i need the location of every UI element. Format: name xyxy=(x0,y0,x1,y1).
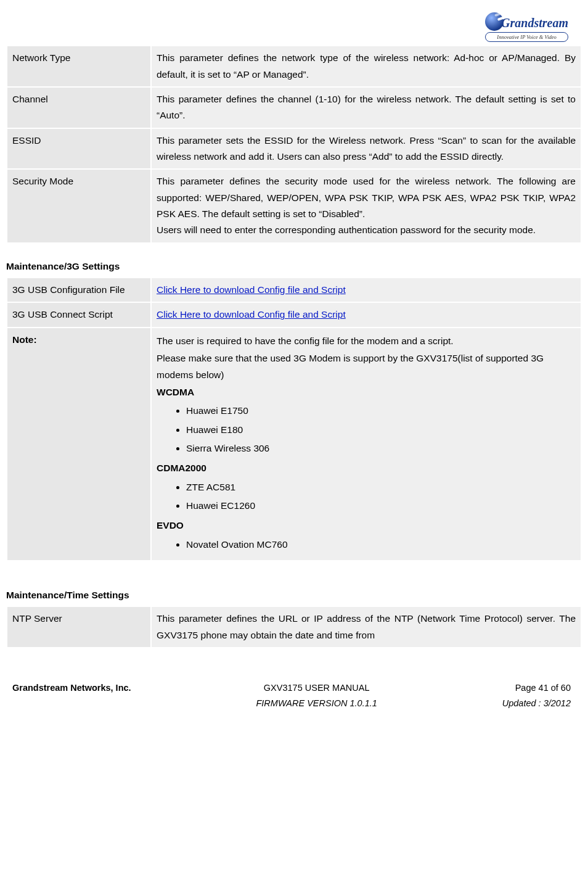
note-text: Please make sure that the used 3G Modem … xyxy=(157,350,576,383)
download-link[interactable]: Click Here to download Config file and S… xyxy=(157,309,346,320)
param-label: ESSID xyxy=(7,129,150,169)
logo-globe-icon xyxy=(485,12,504,31)
table-row: Network Type This parameter defines the … xyxy=(7,46,581,86)
param-desc: This parameter defines the channel (1-10… xyxy=(152,88,581,128)
param-label: 3G USB Connect Script xyxy=(7,303,150,326)
modem-group-heading: WCDMA xyxy=(157,384,576,400)
param-desc: Click Here to download Config file and S… xyxy=(152,303,581,326)
param-desc-note: The user is required to have the config … xyxy=(152,328,581,560)
param-label: Network Type xyxy=(7,46,150,86)
footer-company: Grandstream Networks, Inc. xyxy=(12,680,131,711)
table-row: Security Mode This parameter defines the… xyxy=(7,170,581,242)
brand-name: Grandstream xyxy=(501,16,568,30)
note-text: The user is required to have the config … xyxy=(157,333,576,349)
param-desc: This parameter sets the ESSID for the Wi… xyxy=(152,129,581,169)
table-row: Channel This parameter defines the chann… xyxy=(7,88,581,128)
modem-list-evdo: Novatel Ovation MC760 xyxy=(186,535,576,554)
table-row: 3G USB Configuration File Click Here to … xyxy=(7,278,581,302)
param-label: Security Mode xyxy=(7,170,150,242)
section-title-time: Maintenance/Time Settings xyxy=(6,584,582,606)
time-params-table: NTP Server This parameter defines the UR… xyxy=(6,606,582,648)
footer-firmware: FIRMWARE VERSION 1.0.1.1 xyxy=(256,696,377,711)
list-item: Novatel Ovation MC760 xyxy=(186,535,576,554)
g3-params-table: 3G USB Configuration File Click Here to … xyxy=(6,277,582,561)
page-footer: Grandstream Networks, Inc. GXV3175 USER … xyxy=(6,659,582,716)
brand-tagline: Innovative IP Voice & Video xyxy=(485,32,568,42)
param-desc: This parameter defines the network type … xyxy=(152,46,581,86)
list-item: ZTE AC581 xyxy=(186,478,576,497)
table-row: NTP Server This parameter defines the UR… xyxy=(7,607,581,647)
footer-updated: Updated : 3/2012 xyxy=(502,696,571,711)
modem-list-cdma: ZTE AC581 Huawei EC1260 xyxy=(186,478,576,516)
param-desc: Click Here to download Config file and S… xyxy=(152,278,581,302)
header-logo: Grandstream Innovative IP Voice & Video xyxy=(6,6,582,45)
table-row: ESSID This parameter sets the ESSID for … xyxy=(7,129,581,169)
modem-group-heading: EVDO xyxy=(157,518,576,534)
table-row: 3G USB Connect Script Click Here to down… xyxy=(7,303,581,326)
param-label: NTP Server xyxy=(7,607,150,647)
param-label: Channel xyxy=(7,88,150,128)
modem-group-heading: CDMA2000 xyxy=(157,460,576,476)
section-title-3g: Maintenance/3G Settings xyxy=(6,255,582,277)
modem-list-wcdma: Huawei E1750 Huawei E180 Sierra Wireless… xyxy=(186,402,576,458)
list-item: Huawei E180 xyxy=(186,421,576,439)
download-link[interactable]: Click Here to download Config file and S… xyxy=(157,284,346,295)
table-row: Note: The user is required to have the c… xyxy=(7,328,581,560)
list-item: Sierra Wireless 306 xyxy=(186,439,576,458)
footer-page: Page 41 of 60 xyxy=(515,683,571,693)
param-label-note: Note: xyxy=(7,328,150,560)
list-item: Huawei E1750 xyxy=(186,402,576,420)
footer-manual: GXV3175 USER MANUAL xyxy=(256,680,377,696)
param-desc: This parameter defines the URL or IP add… xyxy=(152,607,581,647)
param-label: 3G USB Configuration File xyxy=(7,278,150,302)
list-item: Huawei EC1260 xyxy=(186,497,576,515)
param-desc: This parameter defines the security mode… xyxy=(152,170,581,242)
wifi-params-table: Network Type This parameter defines the … xyxy=(6,45,582,243)
